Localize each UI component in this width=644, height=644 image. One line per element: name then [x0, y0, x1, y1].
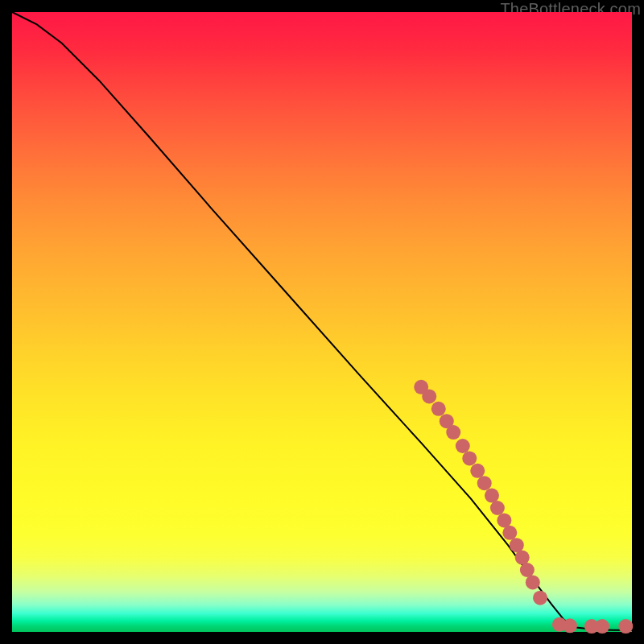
curve-marker [422, 389, 436, 403]
curve-marker [446, 425, 460, 440]
curve-marker [515, 551, 530, 565]
curve-marker [502, 526, 517, 540]
chart-stage: TheBottleneck.com [0, 0, 644, 644]
curve-marker [533, 591, 547, 605]
plot-area [12, 12, 632, 632]
curve-marker [618, 619, 633, 634]
curve-line [12, 12, 632, 630]
curve-marker [490, 501, 505, 515]
curve-marker [485, 489, 499, 503]
curve-marker [510, 538, 524, 552]
curve-markers [414, 380, 633, 634]
curve-marker [462, 451, 477, 465]
curve-marker [595, 619, 609, 634]
curve-marker [470, 464, 485, 478]
curve-marker [477, 476, 492, 490]
curve-marker [456, 439, 470, 453]
curve-marker [526, 575, 540, 589]
curve-marker [520, 563, 535, 577]
curve-marker [563, 618, 577, 633]
curve-marker [497, 513, 511, 527]
curve-marker [431, 402, 446, 416]
chart-svg [12, 12, 632, 632]
